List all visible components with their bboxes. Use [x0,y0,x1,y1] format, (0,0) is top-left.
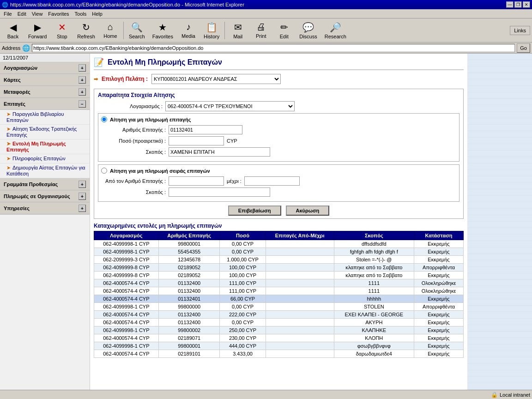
discuss-button[interactable]: 💬 Discuss [296,20,320,41]
menu-favorites[interactable]: Favorites [45,10,72,18]
sidebar-payments-expand[interactable]: + [79,193,86,200]
date-display: 12/11/2007 [0,54,90,62]
menu-tools[interactable]: Tools [72,10,90,18]
range-purpose-input[interactable] [169,187,270,197]
sidebar-header-checks[interactable]: Επιταγές − [0,98,90,110]
table-cell: 99800001 [158,240,220,248]
links-button[interactable]: Links [510,26,530,35]
table-row: 062-4000574-4 CYP01132400111,00 CYP1111Ο… [94,287,464,295]
table-cell: ΕΧΕΙ ΚΛΑΠΕΙ - GEORGE [334,311,414,319]
table-cell [266,311,334,319]
edit-icon: ✏ [280,22,288,33]
table-row: 062-4099999-8 CYP02189052100,00 CYPκλαπη… [94,272,464,279]
table-row: 062-4099998-1 CYP554543550,00 CYPfghfgh … [94,248,464,256]
go-button[interactable]: Go [517,43,530,53]
radio-range-input[interactable] [101,168,107,174]
home-button[interactable]: ⌂ Home [99,20,121,41]
edit-toolbar-button[interactable]: ✏ Edit [273,20,295,41]
media-button[interactable]: ♪ Media [177,20,200,41]
research-button[interactable]: 🔎 Research [321,20,350,41]
cancel-button[interactable]: Ακύρωση [286,206,330,216]
sidebar-cards-expand[interactable]: + [79,76,86,84]
sidebar-header-cards[interactable]: Κάρτες + [0,74,90,86]
sidebar-header-transfers[interactable]: Μεταφορές + [0,86,90,98]
favorites-button[interactable]: ★ Favorites [149,20,176,41]
table-cell [266,303,334,311]
table-cell: Εκκρεμής [414,295,464,303]
table-cell: 99800002 [158,326,220,334]
confirm-button[interactable]: Επιβεβαίωση [228,206,281,216]
refresh-label: Refresh [77,34,95,39]
range-from-input[interactable] [169,176,224,186]
purpose-input[interactable] [169,147,270,157]
form-section: Απαραίτητα Στοιχεία Αίτησης Λογαριασμός … [94,89,464,219]
customer-label: Επιλογή Πελάτη : [102,76,148,82]
sidebar-transfers-expand[interactable]: + [79,88,86,96]
sidebar-header-payments[interactable]: Πληρωμές σε Οργανισμούς + [0,191,90,202]
table-cell [266,295,334,303]
sidebar-header-services[interactable]: Υπηρεσίες + [0,203,90,214]
sidebar-accounts-expand[interactable]: + [79,64,86,72]
menu-file[interactable]: File [1,10,15,18]
table-row: 062-4000574-4 CYP02189071230,00 CYPΚΛΟΠΗ… [94,334,464,342]
table-cell: dffsddfsdfd [334,240,414,248]
col-header-amount: Ποσό [220,231,266,240]
history-button[interactable]: 📋 History [200,20,223,41]
table-cell: 99800000 [158,303,220,311]
customer-arrow-icon: ➡ [94,76,98,82]
table-row: 062-4099998-1 CYP99800001444,00 CYPφσωβγ… [94,342,464,350]
address-input[interactable]: https://www.tibank.coop.com.cy/EBanking/… [32,44,515,52]
refresh-button[interactable]: ↻ Refresh [74,20,98,41]
sidebar-item-issue-check[interactable]: ➤Αίτηση Έκδοσης Τραπεζικής Επιταγής [0,125,90,139]
table-cell: hhhhh [334,295,414,303]
form-section-title: Απαραίτητα Στοιχεία Αίτησης [98,92,459,98]
menu-view[interactable]: View [29,10,46,18]
table-cell [266,256,334,264]
close-button[interactable]: ✕ [523,1,530,8]
sidebar-services-expand[interactable]: + [79,205,86,212]
research-label: Research [325,34,346,39]
amount-input[interactable] [169,136,224,145]
print-button[interactable]: 🖨 Print [250,20,272,41]
table-cell: δαρωδαμιωτδε4 [334,350,414,358]
minimize-button[interactable]: — [506,1,514,8]
discuss-label: Discuss [299,34,317,39]
back-button[interactable]: ◀ Back [2,20,24,41]
table-cell: STOLEN [334,303,414,311]
sidebar-letters-expand[interactable]: + [79,181,86,188]
table-cell: 55454355 [158,248,220,256]
customer-select[interactable]: ΚΥΠ00801201 ΑΝΔΡΕΟΥ ΑΝΔΡΕΑΣ [151,74,281,84]
table-cell: fghfgh afh fdgh dfgh f [334,248,414,256]
sidebar-item-create-list[interactable]: ➤Δημιουργία Αίστας Επιταγών για Κατάθεση [0,163,90,178]
sidebar-header-accounts[interactable]: Λογαριασμών + [0,62,90,74]
sidebar-item-order-checkbook[interactable]: ➤Παραγγελία Βιβλιαρίου Επιταγών [0,110,90,125]
table-cell: 250,00 CYP [220,326,266,334]
sidebar-checks-expand[interactable]: − [79,100,86,108]
menu-help[interactable]: Help [89,10,105,18]
sidebar: 12/11/2007 Λογαριασμών + Κάρτες + Μεταφο… [0,54,90,390]
table-cell: 062-4099999-8 CYP [94,272,159,279]
address-icon: 🌐 [22,44,30,52]
check-number-row: Αριθμός Επιταγής : [101,125,456,134]
account-select[interactable]: 062-4000574-4 CYP ΤΡΕΧΟΥΜΕΝΟΙ [165,101,295,111]
mail-button[interactable]: ✉ Mail [227,20,249,41]
range-to-input[interactable] [244,176,300,186]
search-button[interactable]: 🔍 Search [126,20,148,41]
forward-button[interactable]: ▶ Forward [25,20,50,41]
table-row: 062-4099998-1 CYP998000000,00 CYPSTOLENΑ… [94,303,464,311]
restore-button[interactable]: ❐ [514,1,522,8]
sidebar-accounts-label: Λογαριασμών [4,65,37,71]
table-cell: Απορριφθέντα [414,264,464,272]
menu-edit[interactable]: Edit [15,10,29,18]
check-number-label: Αριθμός Επιταγής : [101,127,166,133]
table-cell: 222,00 CYP [220,311,266,319]
sidebar-transfers-label: Μεταφορές [4,89,30,95]
radio-single-input[interactable] [101,116,107,122]
table-cell: Εκκρεμής [414,311,464,319]
sidebar-item-stop-payment[interactable]: ➤Εντολή Μη Πληρωμής Επιταγής [0,139,90,154]
sidebar-header-letters[interactable]: Γραμμάτα Προθεσμίας + [0,179,90,190]
check-number-input[interactable] [169,125,242,134]
sidebar-item-check-info[interactable]: ➤Πληροφορίες Επιταγών [0,154,90,163]
stop-button[interactable]: ✕ Stop [51,20,73,41]
table-cell: Εκκρεμής [414,342,464,350]
